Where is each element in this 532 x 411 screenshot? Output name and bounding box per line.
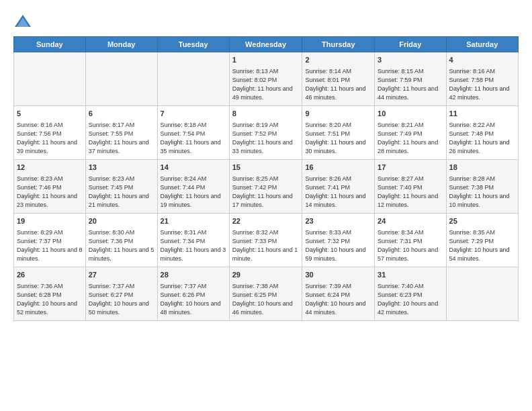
header-monday: Monday bbox=[85, 37, 157, 52]
day-info: Sunset: 6:26 PM bbox=[161, 291, 226, 300]
day-info: Sunrise: 8:13 AM bbox=[232, 67, 300, 76]
day-info: Daylight: 11 hours and 49 minutes. bbox=[232, 85, 300, 102]
calendar-cell: 3Sunrise: 8:15 AMSunset: 7:59 PMDaylight… bbox=[375, 52, 446, 106]
day-info: Daylight: 11 hours and 33 minutes. bbox=[232, 138, 300, 156]
day-number: 24 bbox=[378, 216, 443, 227]
header-saturday: Saturday bbox=[446, 37, 518, 52]
day-info: Sunset: 7:56 PM bbox=[17, 130, 83, 138]
day-info: Daylight: 11 hours and 17 minutes. bbox=[232, 192, 300, 210]
calendar-cell: 9Sunrise: 8:20 AMSunset: 7:51 PMDaylight… bbox=[302, 106, 375, 160]
day-info: Daylight: 11 hours and 14 minutes. bbox=[305, 192, 371, 210]
day-info: Daylight: 11 hours and 5 minutes. bbox=[89, 246, 154, 263]
day-info: Sunrise: 7:36 AM bbox=[17, 282, 83, 291]
day-info: Daylight: 10 hours and 46 minutes. bbox=[232, 300, 300, 317]
day-info: Sunset: 7:37 PM bbox=[17, 237, 83, 246]
day-info: Sunset: 7:54 PM bbox=[161, 130, 226, 138]
day-info: Sunrise: 8:16 AM bbox=[17, 121, 83, 130]
calendar-cell: 17Sunrise: 8:27 AMSunset: 7:40 PMDayligh… bbox=[375, 160, 446, 214]
day-info: Daylight: 11 hours and 28 minutes. bbox=[378, 138, 443, 156]
day-info: Sunrise: 8:31 AM bbox=[161, 228, 226, 237]
day-info: Sunset: 7:55 PM bbox=[89, 130, 154, 138]
calendar-cell: 1Sunrise: 8:13 AMSunset: 8:02 PMDaylight… bbox=[229, 52, 302, 106]
day-info: Daylight: 11 hours and 3 minutes. bbox=[161, 246, 226, 263]
day-number: 29 bbox=[232, 270, 300, 281]
day-info: Sunset: 6:24 PM bbox=[305, 291, 371, 300]
day-number: 26 bbox=[17, 270, 83, 281]
day-info: Daylight: 11 hours and 12 minutes. bbox=[378, 192, 443, 210]
day-number: 7 bbox=[161, 109, 226, 120]
calendar-week-2: 5Sunrise: 8:16 AMSunset: 7:56 PMDaylight… bbox=[14, 106, 519, 160]
day-number: 16 bbox=[305, 163, 371, 173]
calendar-cell bbox=[446, 267, 518, 321]
day-info: Daylight: 11 hours and 1 minute. bbox=[232, 246, 300, 263]
day-number: 15 bbox=[232, 163, 300, 173]
day-info: Sunrise: 8:30 AM bbox=[89, 228, 154, 237]
calendar-cell: 29Sunrise: 7:38 AMSunset: 6:25 PMDayligh… bbox=[229, 267, 302, 321]
calendar-cell bbox=[14, 52, 86, 106]
day-info: Sunrise: 8:18 AM bbox=[161, 121, 226, 130]
day-info: Sunrise: 7:39 AM bbox=[305, 282, 371, 291]
day-number: 3 bbox=[378, 55, 443, 66]
day-number: 28 bbox=[161, 270, 226, 281]
day-info: Sunset: 7:34 PM bbox=[161, 237, 226, 246]
calendar-cell: 5Sunrise: 8:16 AMSunset: 7:56 PMDaylight… bbox=[14, 106, 86, 160]
day-info: Daylight: 11 hours and 44 minutes. bbox=[378, 85, 443, 102]
calendar-cell bbox=[157, 52, 229, 106]
calendar-cell: 24Sunrise: 8:34 AMSunset: 7:31 PMDayligh… bbox=[375, 214, 446, 267]
day-number: 20 bbox=[89, 216, 154, 227]
day-info: Sunset: 7:32 PM bbox=[305, 237, 371, 246]
day-number: 4 bbox=[449, 55, 515, 66]
day-number: 11 bbox=[449, 109, 515, 120]
day-info: Sunrise: 8:34 AM bbox=[378, 228, 443, 237]
calendar-week-5: 26Sunrise: 7:36 AMSunset: 6:28 PMDayligh… bbox=[14, 267, 519, 321]
calendar-cell: 10Sunrise: 8:21 AMSunset: 7:49 PMDayligh… bbox=[375, 106, 446, 160]
calendar-week-3: 12Sunrise: 8:23 AMSunset: 7:46 PMDayligh… bbox=[14, 160, 519, 214]
day-info: Sunset: 6:27 PM bbox=[89, 291, 154, 300]
day-info: Sunrise: 7:40 AM bbox=[378, 282, 443, 291]
day-info: Daylight: 11 hours and 19 minutes. bbox=[161, 192, 226, 210]
day-number: 6 bbox=[89, 109, 154, 120]
day-info: Sunrise: 8:17 AM bbox=[89, 121, 154, 130]
day-info: Sunrise: 8:25 AM bbox=[232, 175, 300, 183]
day-info: Sunset: 7:49 PM bbox=[378, 130, 443, 138]
calendar-week-1: 1Sunrise: 8:13 AMSunset: 8:02 PMDaylight… bbox=[14, 52, 519, 106]
day-info: Sunset: 7:58 PM bbox=[449, 76, 515, 85]
day-info: Sunrise: 8:14 AM bbox=[305, 67, 371, 76]
day-info: Sunrise: 8:21 AM bbox=[378, 121, 443, 130]
day-number: 23 bbox=[305, 216, 371, 227]
header-tuesday: Tuesday bbox=[157, 37, 229, 52]
day-info: Sunrise: 8:33 AM bbox=[305, 228, 371, 237]
calendar-cell: 7Sunrise: 8:18 AMSunset: 7:54 PMDaylight… bbox=[157, 106, 229, 160]
day-number: 22 bbox=[232, 216, 300, 227]
day-info: Sunset: 6:23 PM bbox=[378, 291, 443, 300]
day-info: Sunrise: 8:15 AM bbox=[378, 67, 443, 76]
day-info: Sunset: 7:40 PM bbox=[378, 183, 443, 192]
day-number: 30 bbox=[305, 270, 371, 281]
calendar-cell: 23Sunrise: 8:33 AMSunset: 7:32 PMDayligh… bbox=[302, 214, 375, 267]
calendar-cell: 6Sunrise: 8:17 AMSunset: 7:55 PMDaylight… bbox=[85, 106, 157, 160]
calendar-cell: 25Sunrise: 8:35 AMSunset: 7:29 PMDayligh… bbox=[446, 214, 518, 267]
day-info: Sunset: 7:36 PM bbox=[89, 237, 154, 246]
day-info: Sunrise: 8:28 AM bbox=[449, 175, 515, 183]
day-info: Sunrise: 7:38 AM bbox=[232, 282, 300, 291]
header-wednesday: Wednesday bbox=[229, 37, 302, 52]
day-info: Daylight: 10 hours and 42 minutes. bbox=[378, 300, 443, 317]
day-info: Daylight: 11 hours and 10 minutes. bbox=[449, 192, 515, 210]
day-number: 25 bbox=[449, 216, 515, 227]
day-info: Daylight: 11 hours and 8 minutes. bbox=[17, 246, 83, 263]
day-info: Daylight: 11 hours and 21 minutes. bbox=[89, 192, 154, 210]
day-info: Sunrise: 8:19 AM bbox=[232, 121, 300, 130]
day-info: Sunset: 6:28 PM bbox=[17, 291, 83, 300]
day-info: Sunset: 7:59 PM bbox=[378, 76, 443, 85]
calendar-cell: 19Sunrise: 8:29 AMSunset: 7:37 PMDayligh… bbox=[14, 214, 86, 267]
day-info: Daylight: 11 hours and 26 minutes. bbox=[449, 138, 515, 156]
day-number: 18 bbox=[449, 163, 515, 173]
day-info: Sunset: 8:01 PM bbox=[305, 76, 371, 85]
calendar-cell: 18Sunrise: 8:28 AMSunset: 7:38 PMDayligh… bbox=[446, 160, 518, 214]
day-number: 5 bbox=[17, 109, 83, 120]
day-info: Sunrise: 7:37 AM bbox=[161, 282, 226, 291]
calendar-cell: 11Sunrise: 8:22 AMSunset: 7:48 PMDayligh… bbox=[446, 106, 518, 160]
calendar-cell: 16Sunrise: 8:26 AMSunset: 7:41 PMDayligh… bbox=[302, 160, 375, 214]
calendar-cell: 4Sunrise: 8:16 AMSunset: 7:58 PMDaylight… bbox=[446, 52, 518, 106]
day-info: Daylight: 11 hours and 46 minutes. bbox=[305, 85, 371, 102]
